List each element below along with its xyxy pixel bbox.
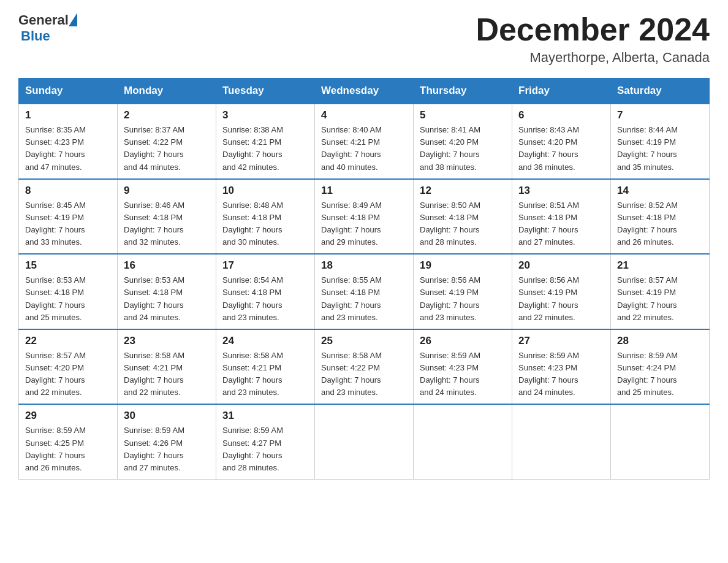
- logo-general-text: General: [18, 12, 69, 28]
- day-number: 31: [222, 410, 308, 422]
- day-info: Sunrise: 8:46 AMSunset: 4:18 PMDaylight:…: [124, 199, 210, 249]
- header-sunday: Sunday: [19, 79, 118, 104]
- day-info: Sunrise: 8:51 AMSunset: 4:18 PMDaylight:…: [518, 199, 604, 249]
- calendar-table: SundayMondayTuesdayWednesdayThursdayFrid…: [18, 78, 710, 480]
- day-info: Sunrise: 8:57 AMSunset: 4:19 PMDaylight:…: [617, 274, 703, 324]
- day-cell: 18Sunrise: 8:55 AMSunset: 4:18 PMDayligh…: [315, 254, 414, 329]
- day-number: 16: [124, 259, 210, 272]
- day-number: 7: [617, 109, 703, 121]
- logo: General Blue: [18, 12, 77, 45]
- day-info: Sunrise: 8:37 AMSunset: 4:22 PMDaylight:…: [124, 124, 210, 174]
- day-info: Sunrise: 8:57 AMSunset: 4:20 PMDaylight:…: [25, 350, 111, 399]
- day-number: 12: [420, 185, 506, 197]
- day-info: Sunrise: 8:49 AMSunset: 4:18 PMDaylight:…: [321, 199, 407, 249]
- day-info: Sunrise: 8:38 AMSunset: 4:21 PMDaylight:…: [222, 124, 308, 174]
- day-info: Sunrise: 8:56 AMSunset: 4:19 PMDaylight:…: [420, 274, 506, 324]
- day-cell: 1Sunrise: 8:35 AMSunset: 4:23 PMDaylight…: [19, 104, 118, 179]
- header-friday: Friday: [512, 79, 611, 104]
- day-number: 23: [124, 335, 210, 347]
- week-row-1: 1Sunrise: 8:35 AMSunset: 4:23 PMDaylight…: [19, 104, 710, 179]
- day-cell: 7Sunrise: 8:44 AMSunset: 4:19 PMDaylight…: [611, 104, 710, 179]
- week-row-2: 8Sunrise: 8:45 AMSunset: 4:19 PMDaylight…: [19, 179, 710, 255]
- day-cell: 28Sunrise: 8:59 AMSunset: 4:24 PMDayligh…: [611, 329, 710, 405]
- day-info: Sunrise: 8:53 AMSunset: 4:18 PMDaylight:…: [124, 274, 210, 324]
- day-info: Sunrise: 8:53 AMSunset: 4:18 PMDaylight:…: [25, 274, 111, 324]
- day-cell: 24Sunrise: 8:58 AMSunset: 4:21 PMDayligh…: [216, 329, 315, 405]
- day-info: Sunrise: 8:59 AMSunset: 4:23 PMDaylight:…: [420, 350, 506, 399]
- day-cell: 31Sunrise: 8:59 AMSunset: 4:27 PMDayligh…: [216, 404, 315, 479]
- page-header: General Blue December 2024 Mayerthorpe, …: [18, 12, 710, 66]
- day-number: 10: [222, 185, 308, 197]
- day-number: 15: [25, 259, 111, 272]
- day-info: Sunrise: 8:40 AMSunset: 4:21 PMDaylight:…: [321, 124, 407, 174]
- day-cell: 16Sunrise: 8:53 AMSunset: 4:18 PMDayligh…: [118, 254, 216, 329]
- header-row: SundayMondayTuesdayWednesdayThursdayFrid…: [19, 79, 710, 104]
- day-cell: 14Sunrise: 8:52 AMSunset: 4:18 PMDayligh…: [611, 179, 710, 255]
- header-monday: Monday: [118, 79, 216, 104]
- header-saturday: Saturday: [611, 79, 710, 104]
- title-section: December 2024 Mayerthorpe, Alberta, Cana…: [476, 12, 710, 66]
- day-number: 24: [222, 335, 308, 347]
- day-info: Sunrise: 8:45 AMSunset: 4:19 PMDaylight:…: [25, 199, 111, 249]
- day-cell: 19Sunrise: 8:56 AMSunset: 4:19 PMDayligh…: [414, 254, 512, 329]
- day-info: Sunrise: 8:52 AMSunset: 4:18 PMDaylight:…: [617, 199, 703, 249]
- day-number: 14: [617, 185, 703, 197]
- day-number: 1: [25, 109, 111, 121]
- day-cell: 27Sunrise: 8:59 AMSunset: 4:23 PMDayligh…: [512, 329, 611, 405]
- day-number: 4: [321, 109, 407, 121]
- day-info: Sunrise: 8:50 AMSunset: 4:18 PMDaylight:…: [420, 199, 506, 249]
- day-info: Sunrise: 8:58 AMSunset: 4:21 PMDaylight:…: [222, 350, 308, 399]
- day-number: 26: [420, 335, 506, 347]
- day-number: 19: [420, 259, 506, 272]
- day-cell: 30Sunrise: 8:59 AMSunset: 4:26 PMDayligh…: [118, 404, 216, 479]
- day-cell: 17Sunrise: 8:54 AMSunset: 4:18 PMDayligh…: [216, 254, 315, 329]
- day-info: Sunrise: 8:54 AMSunset: 4:18 PMDaylight:…: [222, 274, 308, 324]
- day-cell: 8Sunrise: 8:45 AMSunset: 4:19 PMDaylight…: [19, 179, 118, 255]
- day-number: 6: [518, 109, 604, 121]
- day-cell: 21Sunrise: 8:57 AMSunset: 4:19 PMDayligh…: [611, 254, 710, 329]
- day-cell: 9Sunrise: 8:46 AMSunset: 4:18 PMDaylight…: [118, 179, 216, 255]
- day-info: Sunrise: 8:59 AMSunset: 4:25 PMDaylight:…: [25, 424, 111, 474]
- day-info: Sunrise: 8:58 AMSunset: 4:21 PMDaylight:…: [124, 350, 210, 399]
- day-info: Sunrise: 8:44 AMSunset: 4:19 PMDaylight:…: [617, 124, 703, 174]
- day-cell: [414, 404, 512, 479]
- week-row-4: 22Sunrise: 8:57 AMSunset: 4:20 PMDayligh…: [19, 329, 710, 405]
- day-cell: 22Sunrise: 8:57 AMSunset: 4:20 PMDayligh…: [19, 329, 118, 405]
- day-info: Sunrise: 8:58 AMSunset: 4:22 PMDaylight:…: [321, 350, 407, 399]
- day-cell: 12Sunrise: 8:50 AMSunset: 4:18 PMDayligh…: [414, 179, 512, 255]
- day-cell: 23Sunrise: 8:58 AMSunset: 4:21 PMDayligh…: [118, 329, 216, 405]
- day-number: 29: [25, 410, 111, 422]
- day-info: Sunrise: 8:56 AMSunset: 4:19 PMDaylight:…: [518, 274, 604, 324]
- day-info: Sunrise: 8:55 AMSunset: 4:18 PMDaylight:…: [321, 274, 407, 324]
- day-number: 17: [222, 259, 308, 272]
- logo-triangle-icon: [69, 13, 77, 26]
- day-number: 8: [25, 185, 111, 197]
- day-info: Sunrise: 8:35 AMSunset: 4:23 PMDaylight:…: [25, 124, 111, 174]
- day-info: Sunrise: 8:48 AMSunset: 4:18 PMDaylight:…: [222, 199, 308, 249]
- day-number: 11: [321, 185, 407, 197]
- day-cell: 13Sunrise: 8:51 AMSunset: 4:18 PMDayligh…: [512, 179, 611, 255]
- day-number: 28: [617, 335, 703, 347]
- week-row-5: 29Sunrise: 8:59 AMSunset: 4:25 PMDayligh…: [19, 404, 710, 479]
- day-cell: 15Sunrise: 8:53 AMSunset: 4:18 PMDayligh…: [19, 254, 118, 329]
- day-number: 30: [124, 410, 210, 422]
- day-cell: 11Sunrise: 8:49 AMSunset: 4:18 PMDayligh…: [315, 179, 414, 255]
- header-thursday: Thursday: [414, 79, 512, 104]
- day-cell: 6Sunrise: 8:43 AMSunset: 4:20 PMDaylight…: [512, 104, 611, 179]
- day-cell: 26Sunrise: 8:59 AMSunset: 4:23 PMDayligh…: [414, 329, 512, 405]
- logo-blue-text: Blue: [21, 28, 77, 44]
- day-number: 9: [124, 185, 210, 197]
- day-number: 22: [25, 335, 111, 347]
- day-number: 25: [321, 335, 407, 347]
- day-number: 21: [617, 259, 703, 272]
- day-number: 20: [518, 259, 604, 272]
- day-info: Sunrise: 8:59 AMSunset: 4:27 PMDaylight:…: [222, 424, 308, 474]
- header-wednesday: Wednesday: [315, 79, 414, 104]
- day-cell: 29Sunrise: 8:59 AMSunset: 4:25 PMDayligh…: [19, 404, 118, 479]
- day-cell: 25Sunrise: 8:58 AMSunset: 4:22 PMDayligh…: [315, 329, 414, 405]
- day-info: Sunrise: 8:59 AMSunset: 4:23 PMDaylight:…: [518, 350, 604, 399]
- day-info: Sunrise: 8:59 AMSunset: 4:26 PMDaylight:…: [124, 424, 210, 474]
- day-cell: 3Sunrise: 8:38 AMSunset: 4:21 PMDaylight…: [216, 104, 315, 179]
- day-number: 27: [518, 335, 604, 347]
- day-number: 3: [222, 109, 308, 121]
